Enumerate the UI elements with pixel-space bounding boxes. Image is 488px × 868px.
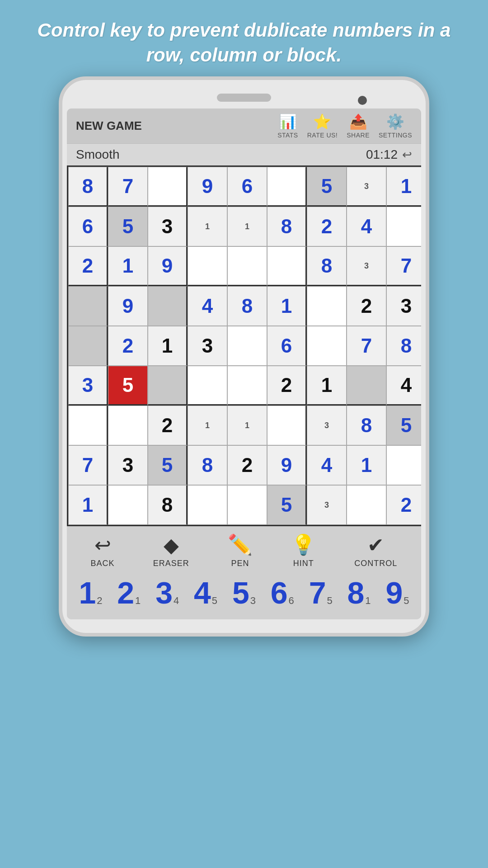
- cell-r8c7[interactable]: 4: [307, 445, 347, 485]
- cell-r1c8[interactable]: 3: [347, 167, 386, 207]
- cell-r7c1[interactable]: [68, 406, 108, 445]
- cell-r4c3[interactable]: [148, 286, 188, 326]
- cell-r2c5[interactable]: 1: [227, 207, 267, 246]
- cell-r1c9[interactable]: 1: [386, 167, 421, 207]
- cell-r4c4[interactable]: 4: [188, 286, 227, 326]
- pen-button[interactable]: ✏️ PEN: [228, 533, 253, 568]
- cell-r8c5[interactable]: 2: [227, 445, 267, 485]
- cell-r9c1[interactable]: 1: [68, 485, 108, 525]
- cell-r1c6[interactable]: [267, 167, 307, 207]
- cell-r6c5[interactable]: [227, 366, 267, 406]
- rate-button[interactable]: ⭐ RATE US!: [307, 113, 338, 139]
- cell-r1c7[interactable]: 5: [307, 167, 347, 207]
- cell-r6c7[interactable]: 1: [307, 366, 347, 406]
- cell-r5c9[interactable]: 8: [386, 326, 421, 366]
- cell-r5c4[interactable]: 3: [188, 326, 227, 366]
- cell-r3c8[interactable]: 3: [347, 246, 386, 286]
- cell-r8c1[interactable]: 7: [68, 445, 108, 485]
- cell-r9c4[interactable]: [188, 485, 227, 525]
- cell-r4c9[interactable]: 3: [386, 286, 421, 326]
- cell-r8c6[interactable]: 9: [267, 445, 307, 485]
- num-9-button[interactable]: 9 5: [385, 575, 409, 610]
- cell-r7c5[interactable]: 1: [227, 406, 267, 445]
- cell-r5c1[interactable]: [68, 326, 108, 366]
- cell-r4c7[interactable]: [307, 286, 347, 326]
- new-game-button[interactable]: NEW GAME: [76, 119, 273, 133]
- cell-r5c2[interactable]: 2: [108, 326, 148, 366]
- num-4-button[interactable]: 4 5: [194, 575, 217, 610]
- cell-r3c4[interactable]: [188, 246, 227, 286]
- cell-r5c8[interactable]: 7: [347, 326, 386, 366]
- hint-button[interactable]: 💡 HINT: [291, 533, 316, 568]
- cell-r7c8[interactable]: 8: [347, 406, 386, 445]
- cell-r5c3[interactable]: 1: [148, 326, 188, 366]
- num-6-button[interactable]: 6 6: [271, 575, 294, 610]
- cell-r4c8[interactable]: 2: [347, 286, 386, 326]
- cell-r3c3[interactable]: 9: [148, 246, 188, 286]
- eraser-button[interactable]: ◆ ERASER: [153, 533, 189, 568]
- cell-r8c8[interactable]: 1: [347, 445, 386, 485]
- cell-r4c2[interactable]: 9: [108, 286, 148, 326]
- cell-r8c4[interactable]: 8: [188, 445, 227, 485]
- cell-r9c5[interactable]: [227, 485, 267, 525]
- num-3-button[interactable]: 3 4: [155, 575, 179, 610]
- cell-r6c3[interactable]: [148, 366, 188, 406]
- num-1-button[interactable]: 1 2: [79, 575, 102, 610]
- cell-r8c2[interactable]: 3: [108, 445, 148, 485]
- cell-r2c6[interactable]: 8: [267, 207, 307, 246]
- cell-r7c3[interactable]: 2: [148, 406, 188, 445]
- cell-r2c8[interactable]: 4: [347, 207, 386, 246]
- cell-r9c7[interactable]: 3: [307, 485, 347, 525]
- cell-r3c6[interactable]: [267, 246, 307, 286]
- cell-r3c9[interactable]: 7: [386, 246, 421, 286]
- num-2-button[interactable]: 2 1: [117, 575, 141, 610]
- cell-r4c5[interactable]: 8: [227, 286, 267, 326]
- cell-r2c9[interactable]: [386, 207, 421, 246]
- cell-r6c1[interactable]: 3: [68, 366, 108, 406]
- stats-button[interactable]: 📊 STATS: [277, 113, 298, 139]
- cell-r2c4[interactable]: 1: [188, 207, 227, 246]
- cell-r6c9[interactable]: 4: [386, 366, 421, 406]
- cell-r2c2[interactable]: 5: [108, 207, 148, 246]
- cell-r5c7[interactable]: [307, 326, 347, 366]
- cell-r3c7[interactable]: 8: [307, 246, 347, 286]
- cell-r6c4[interactable]: [188, 366, 227, 406]
- cell-r7c4[interactable]: 1: [188, 406, 227, 445]
- cell-r1c2[interactable]: 7: [108, 167, 148, 207]
- cell-r8c3[interactable]: 5: [148, 445, 188, 485]
- cell-r7c6[interactable]: [267, 406, 307, 445]
- cell-r9c9[interactable]: 2: [386, 485, 421, 525]
- cell-r7c9[interactable]: 5: [386, 406, 421, 445]
- cell-r3c5[interactable]: [227, 246, 267, 286]
- cell-r7c7[interactable]: 3: [307, 406, 347, 445]
- cell-r6c2[interactable]: 5: [108, 366, 148, 406]
- cell-r2c7[interactable]: 2: [307, 207, 347, 246]
- cell-r5c6[interactable]: 6: [267, 326, 307, 366]
- cell-r9c2[interactable]: [108, 485, 148, 525]
- control-button[interactable]: ✔ CONTROL: [354, 533, 397, 568]
- cell-r1c3[interactable]: [148, 167, 188, 207]
- cell-r8c9[interactable]: [386, 445, 421, 485]
- cell-r2c3[interactable]: 3: [148, 207, 188, 246]
- cell-r6c8[interactable]: [347, 366, 386, 406]
- cell-r9c6[interactable]: 5: [267, 485, 307, 525]
- cell-r3c1[interactable]: 2: [68, 246, 108, 286]
- cell-r5c5[interactable]: [227, 326, 267, 366]
- cell-r3c2[interactable]: 1: [108, 246, 148, 286]
- cell-r9c8[interactable]: [347, 485, 386, 525]
- back-button[interactable]: ↩ BACK: [91, 533, 115, 568]
- cell-r9c3[interactable]: 8: [148, 485, 188, 525]
- cell-r7c2[interactable]: [108, 406, 148, 445]
- cell-r2c1[interactable]: 6: [68, 207, 108, 246]
- num-7-button[interactable]: 7 5: [309, 575, 333, 610]
- replay-button[interactable]: ↩: [402, 148, 412, 162]
- cell-r4c1[interactable]: [68, 286, 108, 326]
- cell-r1c1[interactable]: 8: [68, 167, 108, 207]
- settings-button[interactable]: ⚙️ SETTINGS: [379, 113, 412, 139]
- cell-r4c6[interactable]: 1: [267, 286, 307, 326]
- cell-r1c5[interactable]: 6: [227, 167, 267, 207]
- cell-r1c4[interactable]: 9: [188, 167, 227, 207]
- share-button[interactable]: 📤 SHARE: [347, 113, 370, 139]
- num-8-button[interactable]: 8 1: [347, 575, 371, 610]
- cell-r6c6[interactable]: 2: [267, 366, 307, 406]
